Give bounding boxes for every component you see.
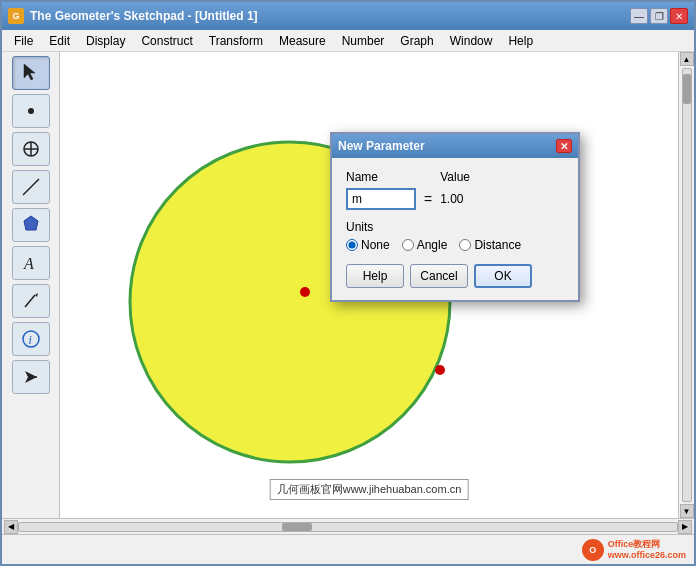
name-value-row: Name x = Value 1.00 (346, 170, 564, 210)
compass-tool-button[interactable] (12, 132, 50, 166)
new-parameter-dialog[interactable]: New Parameter ✕ Name x = (330, 132, 580, 302)
unit-none-radio[interactable] (346, 239, 358, 251)
scroll-down-button[interactable]: ▼ (680, 504, 694, 518)
menu-measure[interactable]: Measure (271, 31, 334, 51)
dialog-title-text: New Parameter (338, 139, 425, 153)
logo-text: Office教程网 www.office26.com (608, 539, 686, 561)
dialog-body: Name x = Value 1.00 (332, 158, 578, 300)
scroll-right-button[interactable]: ▶ (678, 520, 692, 534)
menu-help[interactable]: Help (500, 31, 541, 51)
svg-line-5 (23, 179, 39, 195)
close-button[interactable]: ✕ (670, 8, 688, 24)
name-input[interactable] (346, 188, 416, 210)
unit-none-option[interactable]: None (346, 238, 390, 252)
arrow-tool-button[interactable] (12, 56, 50, 90)
app-icon: G (8, 8, 24, 24)
vscroll-thumb[interactable] (683, 74, 691, 104)
line-tool-button[interactable] (12, 170, 50, 204)
office-logo: O Office教程网 www.office26.com (582, 539, 686, 561)
menu-bar: File Edit Display Construct Transform Me… (2, 30, 694, 52)
equals-sign: x = (424, 170, 432, 210)
unit-angle-radio[interactable] (402, 239, 414, 251)
scroll-left-button[interactable]: ◀ (4, 520, 18, 534)
name-label: Name (346, 170, 416, 184)
minimize-button[interactable]: — (630, 8, 648, 24)
value-display: 1.00 (440, 188, 470, 210)
menu-number[interactable]: Number (334, 31, 393, 51)
units-section: Units None Angle (346, 220, 564, 252)
svg-marker-6 (24, 216, 38, 230)
text-tool-button[interactable]: A (12, 246, 50, 280)
equals-symbol: = (424, 188, 432, 210)
value-column: Value 1.00 (440, 170, 470, 210)
logo-icon: O (582, 539, 604, 561)
horizontal-scrollbar: ◀ ▶ (2, 518, 694, 534)
scroll-up-button[interactable]: ▲ (680, 52, 694, 66)
info-tool-button[interactable]: i (12, 322, 50, 356)
restore-button[interactable]: ❐ (650, 8, 668, 24)
drawing-canvas[interactable]: 几何画板官网www.jihehuaban.com.cn New Paramete… (60, 52, 678, 518)
svg-marker-0 (24, 64, 35, 80)
menu-file[interactable]: File (6, 31, 41, 51)
unit-none-label: None (361, 238, 390, 252)
menu-transform[interactable]: Transform (201, 31, 271, 51)
window-title: The Geometer's Sketchpad - [Untitled 1] (30, 9, 630, 23)
svg-point-16 (435, 365, 445, 375)
svg-marker-9 (35, 293, 38, 297)
dialog-title-bar: New Parameter ✕ (332, 134, 578, 158)
vertical-scrollbar: ▲ ▼ (678, 52, 694, 518)
title-bar: G The Geometer's Sketchpad - [Untitled 1… (2, 2, 694, 30)
polygon-tool-button[interactable] (12, 208, 50, 242)
menu-edit[interactable]: Edit (41, 31, 78, 51)
cancel-button[interactable]: Cancel (410, 264, 468, 288)
unit-angle-label: Angle (417, 238, 448, 252)
status-bar: O Office教程网 www.office26.com (2, 534, 694, 564)
svg-point-15 (300, 287, 310, 297)
main-window: G The Geometer's Sketchpad - [Untitled 1… (0, 0, 696, 566)
svg-text:i: i (28, 333, 31, 347)
vscroll-track[interactable] (682, 68, 692, 502)
help-button[interactable]: Help (346, 264, 404, 288)
unit-distance-label: Distance (474, 238, 521, 252)
marker-tool-button[interactable] (12, 284, 50, 318)
window-controls: — ❐ ✕ (630, 8, 688, 24)
content-area: A i (2, 52, 694, 518)
svg-point-1 (28, 108, 34, 114)
watermark-text: 几何画板官网www.jihehuaban.com.cn (270, 479, 469, 500)
svg-text:A: A (23, 255, 34, 272)
ok-button[interactable]: OK (474, 264, 532, 288)
point-tool-button[interactable] (12, 94, 50, 128)
dialog-buttons: Help Cancel OK (346, 264, 564, 288)
unit-angle-option[interactable]: Angle (402, 238, 448, 252)
menu-construct[interactable]: Construct (133, 31, 200, 51)
unit-distance-radio[interactable] (459, 239, 471, 251)
left-toolbar: A i (2, 52, 60, 518)
menu-window[interactable]: Window (442, 31, 501, 51)
hscroll-thumb[interactable] (282, 523, 312, 531)
svg-line-8 (25, 295, 35, 307)
dialog-close-button[interactable]: ✕ (556, 139, 572, 153)
hscroll-track[interactable] (18, 522, 678, 532)
unit-distance-option[interactable]: Distance (459, 238, 521, 252)
value-label: Value (440, 170, 470, 184)
menu-graph[interactable]: Graph (392, 31, 441, 51)
units-radio-group: None Angle Distance (346, 238, 564, 252)
menu-display[interactable]: Display (78, 31, 133, 51)
custom-tool-button[interactable] (12, 360, 50, 394)
units-label: Units (346, 220, 564, 234)
name-column: Name (346, 170, 416, 210)
